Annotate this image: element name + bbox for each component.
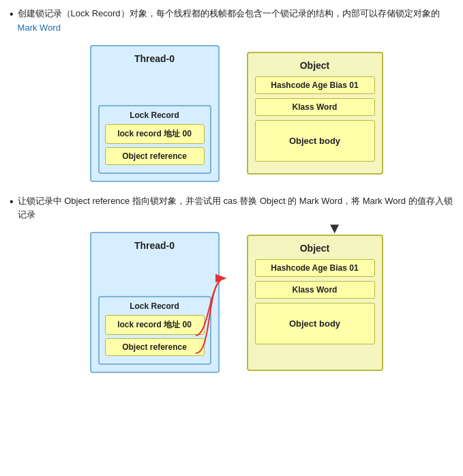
bullet-content-2: 让锁记录中 Object reference 指向锁对象，并尝试用 cas 替换… xyxy=(18,194,453,223)
diagram1-body: Object body xyxy=(255,120,375,162)
diagram2-object-box: Object Hashcode Age Bias 01 Klass Word O… xyxy=(247,235,383,371)
diagram1-klass: Klass Word xyxy=(255,98,375,116)
bullet-content-1: 创建锁记录（Lock Record）对象，每个线程都的栈帧都会包含一个锁记录的结… xyxy=(18,7,453,35)
page-container: • 创建锁记录（Lock Record）对象，每个线程都的栈帧都会包含一个锁记录… xyxy=(0,0,463,392)
diagram2-thread-box: Thread-0 Lock Record lock record 地址 00 O… xyxy=(90,232,220,373)
bullet-section-1: • 创建锁记录（Lock Record）对象，每个线程都的栈帧都会包含一个锁记录… xyxy=(10,7,453,182)
diagram2-lock-record-title: Lock Record xyxy=(105,301,205,311)
bullet-section-2: • 让锁记录中 Object reference 指向锁对象，并尝试用 cas … xyxy=(10,194,453,374)
diagram1-object-box: Object Hashcode Age Bias 01 Klass Word O… xyxy=(247,52,383,175)
bullet1-highlight: Mark Word xyxy=(18,23,61,33)
diagram1-obj-ref: Object reference xyxy=(105,147,205,165)
bullet-dot-1: • xyxy=(10,7,14,22)
diagram1-hashcode: Hashcode Age Bias 01 xyxy=(255,76,375,94)
diagram2-object-title: Object xyxy=(255,243,375,254)
diagram2-row: Thread-0 Lock Record lock record 地址 00 O… xyxy=(90,232,383,373)
bullet-dot-2: • xyxy=(10,194,14,209)
diagram1-row: Thread-0 Lock Record lock record 地址 00 O… xyxy=(90,45,383,182)
diagram1-object-title: Object xyxy=(255,60,375,71)
diagram2-klass: Klass Word xyxy=(255,281,375,299)
diagram2-relative: ▼ Thread-0 Lock Record lock record 地址 00… xyxy=(90,232,383,373)
diagram1-lock-addr: lock record 地址 00 xyxy=(105,124,205,144)
diagram2-body: Object body xyxy=(255,303,375,344)
diagram1-thread-title: Thread-0 xyxy=(98,53,211,64)
diagram1-wrapper: Thread-0 Lock Record lock record 地址 00 O… xyxy=(19,45,453,182)
diagram1-thread-box: Thread-0 Lock Record lock record 地址 00 O… xyxy=(90,45,220,182)
diagram1-lock-record-title: Lock Record xyxy=(105,110,205,120)
bullet-text-1: • 创建锁记录（Lock Record）对象，每个线程都的栈帧都会包含一个锁记录… xyxy=(10,7,453,35)
bullet1-before: 创建锁记录（Lock Record）对象，每个线程都的栈帧都会包含一个锁记录的结… xyxy=(18,8,440,18)
diagram2-lock-addr: lock record 地址 00 xyxy=(105,315,205,335)
diagram1-lock-record-area: Lock Record lock record 地址 00 Object ref… xyxy=(98,105,211,174)
diagram2-obj-ref: Object reference xyxy=(105,338,205,356)
diagram2-wrapper: ▼ Thread-0 Lock Record lock record 地址 00… xyxy=(19,232,453,373)
diagram2-thread-title: Thread-0 xyxy=(98,240,211,251)
diagram2-lock-record-area: Lock Record lock record 地址 00 Object ref… xyxy=(98,296,211,365)
diagram2-hashcode: Hashcode Age Bias 01 xyxy=(255,259,375,277)
bullet-text-2: • 让锁记录中 Object reference 指向锁对象，并尝试用 cas … xyxy=(10,194,453,223)
